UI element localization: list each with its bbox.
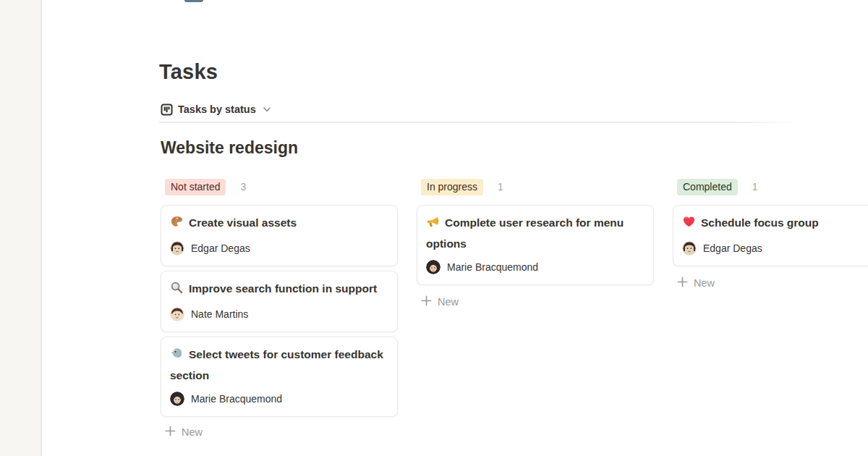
plus-icon	[421, 295, 432, 308]
board-view-icon	[161, 104, 173, 116]
megaphone-icon	[426, 215, 440, 235]
card-title: Improve search function in support	[189, 282, 377, 295]
task-card[interactable]: Complete user research for menu options …	[417, 205, 654, 285]
column-header: Not started 3	[165, 178, 398, 195]
edgar-degas-avatar	[682, 241, 697, 256]
edgar-degas-avatar	[170, 241, 184, 256]
card-title-row: Create visual assets	[170, 214, 388, 235]
new-task-label: New	[438, 296, 459, 308]
app-sidebar[interactable]	[0, 0, 42, 456]
marie-bracquemond-avatar	[426, 260, 441, 274]
task-card[interactable]: Schedule focus group Edgar Degas	[673, 205, 868, 266]
assignee: Edgar Degas	[170, 241, 388, 256]
marie-bracquemond-avatar	[170, 392, 184, 406]
assignee-name: Marie Bracquemond	[191, 393, 282, 405]
board-column-in-progress: In progress 1 Complete user research for…	[417, 178, 654, 310]
palette-icon	[170, 215, 184, 235]
card-title: Complete user research for menu options	[426, 216, 624, 250]
chevron-down-icon	[261, 104, 272, 114]
page-icon	[184, 0, 203, 2]
view-label: Tasks by status	[178, 104, 256, 115]
page-title[interactable]: Tasks	[159, 60, 218, 83]
board-column-completed: Completed 1 Schedule focus group Edgar D…	[673, 178, 868, 291]
assignee-name: Edgar Degas	[191, 242, 250, 254]
task-card[interactable]: Select tweets for customer feedback sect…	[161, 337, 398, 417]
card-title: Create visual assets	[189, 216, 297, 229]
column-count: 1	[498, 181, 503, 193]
column-count: 1	[752, 181, 758, 193]
new-task-label: New	[694, 277, 715, 289]
view-bar-divider	[159, 122, 800, 123]
board-column-not-started: Not started 3 Create visual assets Edgar…	[161, 178, 398, 440]
assignee: Edgar Degas	[682, 241, 868, 256]
card-title: Schedule focus group	[701, 216, 819, 229]
plus-icon	[677, 276, 688, 290]
column-header: In progress 1	[421, 178, 654, 195]
new-task-button[interactable]: New	[165, 424, 398, 440]
status-badge[interactable]: In progress	[421, 179, 483, 195]
plus-icon	[165, 426, 176, 439]
card-title: Select tweets for customer feedback sect…	[170, 348, 383, 381]
column-header: Completed 1	[677, 178, 868, 195]
heart-icon	[682, 215, 696, 235]
new-task-button[interactable]: New	[677, 275, 868, 291]
assignee: Marie Bracquemond	[170, 392, 388, 406]
card-title-row: Schedule focus group	[682, 214, 868, 235]
new-task-button[interactable]: New	[421, 294, 654, 310]
status-badge[interactable]: Completed	[677, 179, 738, 195]
nate-martins-avatar	[170, 307, 184, 321]
view-selector[interactable]: Tasks by status	[161, 100, 272, 119]
assignee-name: Marie Bracquemond	[447, 261, 538, 273]
assignee: Marie Bracquemond	[426, 260, 644, 274]
board-title[interactable]: Website redesign	[161, 137, 298, 159]
bird-icon	[170, 347, 184, 366]
status-badge[interactable]: Not started	[165, 179, 226, 195]
magnifier-icon	[170, 281, 184, 300]
task-card[interactable]: Improve search function in support Nate …	[161, 271, 398, 332]
new-task-label: New	[182, 426, 203, 438]
card-title-row: Complete user research for menu options	[426, 214, 644, 253]
notion-window: Tasks Tasks by status Website redesign N…	[0, 0, 868, 456]
assignee: Nate Martins	[170, 307, 388, 321]
assignee-name: Edgar Degas	[703, 242, 762, 254]
card-title-row: Improve search function in support	[170, 279, 388, 300]
assignee-name: Nate Martins	[191, 308, 248, 320]
column-count: 3	[240, 181, 246, 193]
task-card[interactable]: Create visual assets Edgar Degas	[161, 205, 398, 266]
card-title-row: Select tweets for customer feedback sect…	[170, 345, 388, 385]
